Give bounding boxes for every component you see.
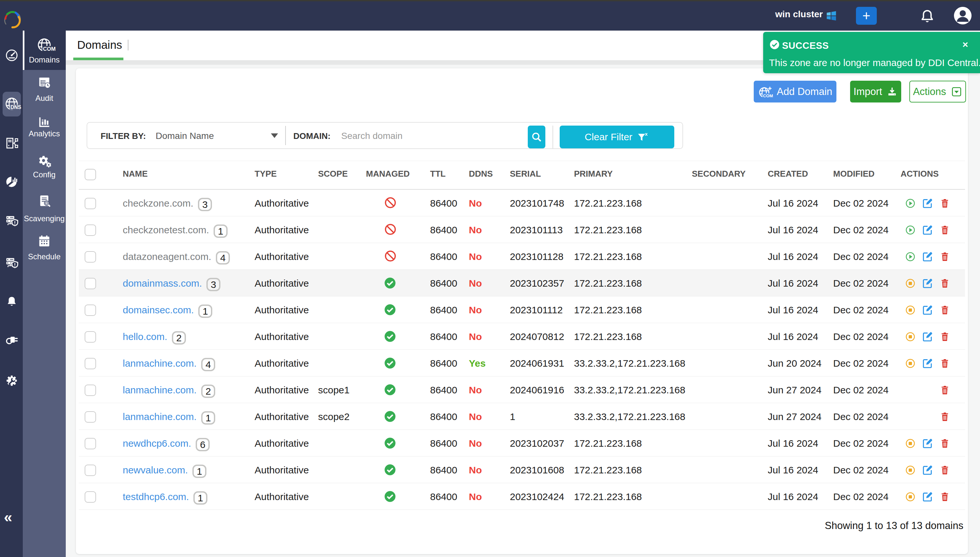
svg-text:COM: COM xyxy=(43,46,56,52)
svg-text:COM: COM xyxy=(763,93,773,98)
svg-text:DNS: DNS xyxy=(10,104,21,110)
svg-text:x: x xyxy=(645,131,648,137)
